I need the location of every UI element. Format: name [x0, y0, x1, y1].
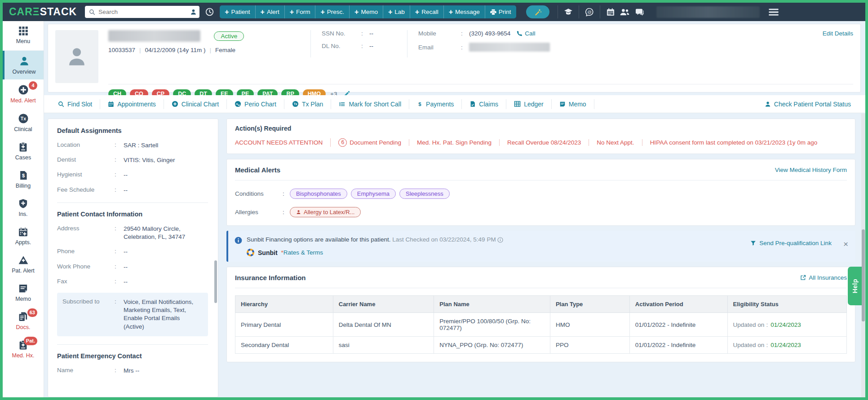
education-menu[interactable] — [558, 5, 579, 18]
panel-scrollbar-thumb[interactable] — [214, 260, 217, 303]
cell-plan: Premier/PPO 100/80/50 (Grp. No: 072477) — [434, 313, 550, 337]
call-button[interactable]: Call — [517, 30, 535, 37]
ssn-value: -- — [369, 30, 373, 37]
condition-pill[interactable]: Emphysema — [351, 189, 396, 199]
sidebar-item-med-hx[interactable]: Pat. Med. Hx. — [3, 335, 44, 363]
all-insurances-link[interactable]: All Insurances — [800, 274, 847, 281]
action-item-recall-overdue[interactable]: Recall Overdue 08/24/2023 — [499, 139, 589, 146]
add-message-button[interactable]: +Message — [444, 5, 485, 18]
check-patient-portal-status-link[interactable]: Check Patient Portal Status — [765, 101, 860, 108]
colon — [115, 263, 124, 271]
search-input[interactable] — [98, 9, 190, 15]
add-prescription-button[interactable]: +Presc. — [315, 5, 350, 18]
support-menu[interactable]: @ — [579, 5, 600, 18]
tab-payments[interactable]: $ Payments — [409, 99, 462, 109]
row-label: Address — [57, 225, 115, 241]
action-item-document-pending[interactable]: 6Document Pending — [330, 138, 409, 147]
info-outline-icon[interactable] — [497, 237, 503, 243]
external-link-icon — [800, 275, 806, 281]
chat-bubbles-icon[interactable] — [634, 8, 644, 17]
rates-label: Rates & Terms — [283, 249, 323, 256]
tab-label: Find Slot — [67, 101, 92, 108]
tab-ledger[interactable]: Ledger — [506, 99, 552, 109]
action-item-no-next-appt[interactable]: No Next Appt. — [589, 139, 642, 146]
add-alert-button[interactable]: +Alert — [256, 5, 285, 18]
left-icon-sidebar: Menu Overview 4 Med. Alert Tx Clinical C… — [3, 21, 44, 397]
add-patient-button[interactable]: +Patient — [220, 5, 255, 18]
tab-perio-chart[interactable]: Perio Chart — [227, 99, 284, 109]
sidebar-item-insurance[interactable]: Ins. — [3, 193, 44, 222]
condition-pill[interactable]: Bisphosphonates — [290, 189, 347, 199]
action-item-account-attention[interactable]: ACCOUNT NEEDS ATTENTION — [235, 139, 330, 146]
colon — [115, 156, 124, 164]
med-alert-count-badge: 4 — [29, 81, 37, 90]
printer-icon — [490, 9, 496, 15]
dismiss-banner-icon[interactable]: × — [843, 240, 848, 248]
eligibility-date-link[interactable]: 01/24/2023 — [771, 342, 801, 348]
action-item-hipaa-consent[interactable]: HIPAA consent form last completed on 03/… — [642, 139, 825, 146]
tab-find-slot[interactable]: Find Slot — [50, 99, 100, 109]
print-button[interactable]: Print — [485, 5, 516, 18]
logo-text-care: CARΞ — [9, 6, 40, 18]
global-search-box[interactable] — [85, 6, 199, 18]
sidebar-item-overview[interactable]: Overview — [3, 51, 44, 79]
actions-required-card: Action(s) Required ACCOUNT NEEDS ATTENTI… — [226, 119, 855, 154]
main-scrollbar-thumb[interactable] — [862, 229, 865, 321]
action-item-med-hx-sign-pending[interactable]: Med. Hx. Pat. Sign Pending — [409, 139, 499, 146]
patient-action-tabbar: Find Slot Appointments Clinical Chart Pe… — [44, 95, 865, 113]
sidebar-item-cases[interactable]: Cases — [3, 137, 44, 165]
sidebar-item-menu[interactable]: Menu — [3, 21, 44, 51]
tab-claims[interactable]: Claims — [462, 99, 506, 109]
tab-label: Ledger — [524, 101, 544, 108]
tab-clinical-chart[interactable]: Clinical Chart — [164, 99, 227, 109]
calendar-icon[interactable] — [606, 8, 615, 17]
tab-tx-plan[interactable]: Tx Tx Plan — [284, 99, 331, 109]
sidebar-item-docs[interactable]: 63 Docs. — [3, 307, 44, 335]
tab-appointments[interactable]: Appointments — [100, 99, 164, 109]
add-form-button[interactable]: +Form — [285, 5, 316, 18]
tab-label: Tx Plan — [302, 101, 323, 108]
sidebar-item-clinical[interactable]: Tx Clinical — [3, 108, 44, 137]
add-recall-button[interactable]: +Recall — [410, 5, 444, 18]
action-item-label: Recall Overdue 08/24/2023 — [507, 139, 581, 146]
sidebar-item-billing[interactable]: $ Billing — [3, 165, 44, 193]
send-prequalification-link[interactable]: Send Pre-qualification Link — [750, 240, 832, 246]
magic-wand-button[interactable] — [526, 5, 549, 18]
tab-mark-short-call[interactable]: Mark for Short Call — [331, 99, 409, 109]
sidebar-item-memo[interactable]: Memo — [3, 278, 44, 307]
rates-and-terms-link[interactable]: *Rates & Terms — [281, 249, 323, 256]
quick-actions-group: +Patient +Alert +Form +Presc. +Memo +Lab… — [220, 5, 516, 18]
sidebar-item-med-alert[interactable]: 4 Med. Alert — [3, 79, 44, 108]
view-medical-history-link[interactable]: View Medical History Form — [775, 167, 847, 173]
insurance-row-secondary: Secondary Dental sasi NYNA_PPO (Grp. No:… — [235, 337, 847, 354]
col-activation-period: Activation Period — [629, 296, 727, 313]
col-plan-type: Plan Type — [550, 296, 629, 313]
tab-label: Memo — [569, 101, 586, 108]
main-scrollbar-track[interactable] — [861, 114, 865, 397]
sidebar-item-appointments[interactable]: Appts. — [3, 222, 44, 250]
dl-label: DL No. — [322, 43, 361, 49]
edit-details-link[interactable]: Edit Details — [823, 30, 853, 57]
tab-memo[interactable]: Memo — [552, 99, 594, 109]
hamburger-menu-icon[interactable] — [768, 7, 779, 17]
claims-document-icon — [469, 101, 476, 107]
cell-plan: NYNA_PPO (Grp. No: 072477) — [434, 337, 550, 354]
documents-icon — [18, 312, 28, 322]
patient-gov-ids-column: SSN No.-- DL No.-- — [310, 30, 407, 57]
patient-advanced-search-icon[interactable] — [190, 9, 197, 15]
history-clock-icon[interactable] — [205, 7, 214, 17]
colon — [115, 248, 124, 256]
plus-icon: + — [354, 9, 359, 16]
allergy-pill[interactable]: Allergy to Latex/R... — [290, 207, 361, 217]
add-message-label: Message — [455, 9, 480, 15]
add-memo-button[interactable]: +Memo — [350, 5, 383, 18]
col-hierarchy: Hierarchy — [235, 296, 333, 313]
help-tab[interactable]: Help — [848, 267, 862, 305]
sidebar-item-patient-alert[interactable]: Pat. Alert — [3, 250, 44, 278]
tab-label: Clinical Chart — [182, 101, 219, 108]
patient-avatar[interactable] — [55, 30, 98, 83]
add-lab-button[interactable]: +Lab — [383, 5, 410, 18]
eligibility-date-link[interactable]: 01/24/2023 — [771, 321, 801, 328]
condition-pill[interactable]: Sleeplessness — [399, 189, 450, 199]
users-icon[interactable] — [620, 8, 630, 17]
